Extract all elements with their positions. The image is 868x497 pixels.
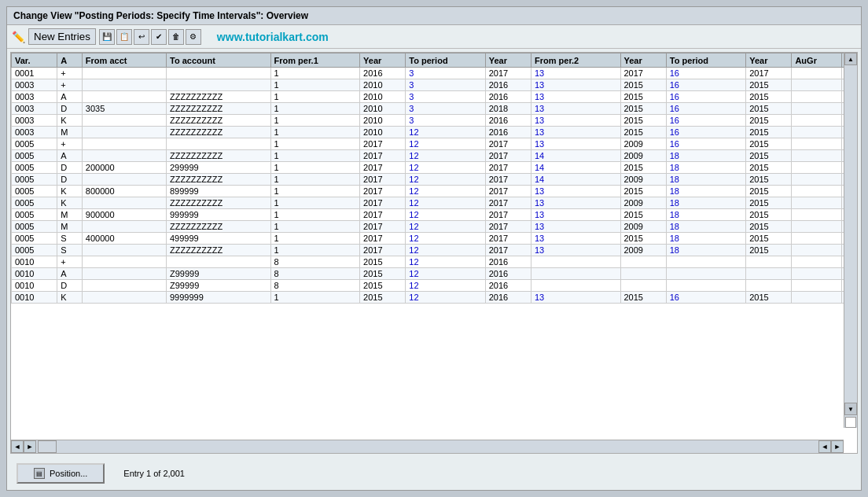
- col-from-acct: From acct: [82, 53, 166, 68]
- table-cell: ZZZZZZZZZZ: [166, 91, 270, 103]
- new-entries-button[interactable]: New Entries: [28, 28, 96, 45]
- table-cell: [82, 292, 166, 304]
- table-cell: [166, 68, 270, 79]
- table-cell: 2009: [620, 197, 666, 209]
- table-cell: [82, 256, 166, 268]
- table-cell: 18: [666, 221, 745, 233]
- table-cell: 2015: [620, 209, 666, 221]
- table-cell: 12: [406, 280, 485, 292]
- table-row[interactable]: 0003+1201032016132015162015: [12, 79, 857, 91]
- table-cell: 18: [666, 186, 745, 197]
- copy-icon[interactable]: 📋: [116, 29, 132, 45]
- table-row[interactable]: 0003MZZZZZZZZZZ12010122016132015162015: [12, 127, 857, 138]
- table-cell: 8: [270, 280, 360, 292]
- table-cell: 2017: [485, 174, 531, 186]
- table-cell: 2015: [360, 268, 406, 280]
- table-row[interactable]: 0001+1201632017132017162017: [12, 68, 857, 79]
- table-row[interactable]: 0003AZZZZZZZZZZ1201032016132015162015: [12, 91, 857, 103]
- delete-icon[interactable]: 🗑: [168, 29, 184, 45]
- table-cell: 2016: [485, 115, 531, 127]
- table-cell: [82, 268, 166, 280]
- data-table: Var. A From acct To account From per.1 Y…: [11, 53, 857, 304]
- table-cell: [620, 280, 666, 292]
- table-cell: 16: [666, 79, 745, 91]
- table-row[interactable]: 0010K999999912015122016132015162015: [12, 292, 857, 304]
- h-scroll-end-left[interactable]: ◄: [818, 440, 831, 453]
- table-cell: 3: [406, 68, 485, 79]
- table-cell: 299999: [166, 162, 270, 174]
- table-row[interactable]: 0010AZ9999982015122016: [12, 268, 857, 280]
- table-row[interactable]: 0003KZZZZZZZZZZ1201032016132015162015: [12, 115, 857, 127]
- table-row[interactable]: 0005K80000089999912017122017132015182015: [12, 186, 857, 197]
- table-row[interactable]: 0005+12017122017132009162015: [12, 138, 857, 150]
- table-cell: [792, 91, 842, 103]
- table-cell: 1: [270, 292, 360, 304]
- h-scroll-left-btn[interactable]: ◄: [11, 440, 24, 453]
- table-cell: 1: [270, 127, 360, 138]
- table-cell: 0005: [12, 186, 57, 197]
- table-cell: 2015: [746, 186, 792, 197]
- table-cell: 2009: [620, 150, 666, 162]
- table-cell: [792, 127, 842, 138]
- horizontal-scrollbar[interactable]: ◄ ► ◄ ►: [11, 440, 844, 453]
- table-cell: 3: [406, 91, 485, 103]
- table-cell: 1: [270, 79, 360, 91]
- table-row[interactable]: 0005AZZZZZZZZZZ12017122017142009182015: [12, 150, 857, 162]
- scroll-checkbox[interactable]: [845, 417, 856, 428]
- table-cell: 3: [406, 115, 485, 127]
- table-row[interactable]: 0005DZZZZZZZZZZ12017122017142009182015: [12, 174, 857, 186]
- save-icon[interactable]: 💾: [99, 29, 115, 45]
- table-cell: 1: [270, 103, 360, 115]
- table-cell: 0010: [12, 256, 57, 268]
- h-scroll-end-right[interactable]: ►: [831, 440, 844, 453]
- table-cell: 2017: [360, 209, 406, 221]
- table-cell: 2017: [746, 68, 792, 79]
- table-container[interactable]: Var. A From acct To account From per.1 Y…: [10, 52, 858, 454]
- table-cell: [792, 233, 842, 245]
- scroll-up-btn[interactable]: ▲: [844, 53, 857, 65]
- table-row[interactable]: 0005SZZZZZZZZZZ12017122017132009182015: [12, 245, 857, 256]
- col-year4: Year: [746, 53, 792, 68]
- table-cell: 12: [406, 268, 485, 280]
- content-area: Var. A From acct To account From per.1 Y…: [7, 49, 861, 457]
- scroll-down-btn[interactable]: ▼: [844, 403, 857, 415]
- col-year2: Year: [485, 53, 531, 68]
- table-cell: 2015: [746, 79, 792, 91]
- table-row[interactable]: 0005MZZZZZZZZZZ12017122017132009182015: [12, 221, 857, 233]
- table-cell: 2015: [620, 127, 666, 138]
- undo-icon[interactable]: ↩: [134, 29, 149, 45]
- table-cell: 2016: [485, 292, 531, 304]
- table-cell: 2017: [360, 197, 406, 209]
- col-augr: AuGr: [792, 53, 842, 68]
- table-row[interactable]: 0005M90000099999912017122017132015182015: [12, 209, 857, 221]
- position-button[interactable]: ▤ Position...: [17, 463, 105, 484]
- table-cell: 16: [666, 115, 745, 127]
- table-row[interactable]: 0003D3035ZZZZZZZZZZ120103201813201516201…: [12, 103, 857, 115]
- title-bar: Change View "Posting Periods: Specify Ti…: [7, 7, 861, 25]
- col-year1: Year: [360, 53, 406, 68]
- table-row[interactable]: 0010DZ9999982015122016: [12, 280, 857, 292]
- table-row[interactable]: 0010+82015122016: [12, 256, 857, 268]
- table-cell: [792, 115, 842, 127]
- table-cell: [620, 256, 666, 268]
- table-cell: 400000: [82, 233, 166, 245]
- table-cell: 0005: [12, 233, 57, 245]
- table-cell: [666, 268, 745, 280]
- table-cell: [620, 268, 666, 280]
- table-cell: ZZZZZZZZZZ: [166, 115, 270, 127]
- table-row[interactable]: 0005KZZZZZZZZZZ12017122017132009182015: [12, 197, 857, 209]
- settings-icon[interactable]: ⚙: [186, 29, 201, 45]
- table-cell: 0005: [12, 197, 57, 209]
- h-scroll-right-btn[interactable]: ►: [24, 440, 36, 453]
- col-from-per2: From per.2: [531, 53, 620, 68]
- table-cell: 2015: [746, 209, 792, 221]
- table-cell: 16: [666, 68, 745, 79]
- table-cell: [82, 115, 166, 127]
- table-cell: 18: [666, 162, 745, 174]
- check-icon[interactable]: ✔: [151, 29, 167, 45]
- table-cell: 13: [531, 233, 620, 245]
- vertical-scrollbar[interactable]: ▲ ▼: [844, 53, 857, 428]
- table-row[interactable]: 0005D20000029999912017122017142015182015: [12, 162, 857, 174]
- table-row[interactable]: 0005S40000049999912017122017132015182015: [12, 233, 857, 245]
- table-cell: 12: [406, 150, 485, 162]
